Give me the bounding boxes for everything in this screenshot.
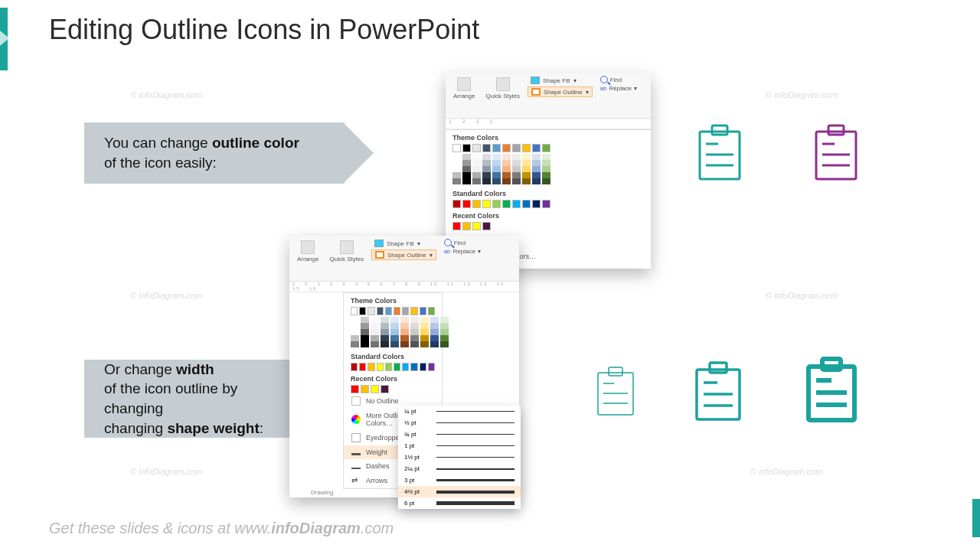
color-swatch[interactable] (361, 323, 369, 329)
color-swatch[interactable] (400, 323, 409, 329)
color-swatch[interactable] (542, 178, 550, 184)
color-swatch[interactable] (371, 329, 379, 335)
quick-styles-button[interactable]: Quick Styles (326, 239, 366, 264)
color-swatch[interactable] (351, 323, 359, 329)
color-swatch[interactable] (512, 172, 521, 178)
weight-option[interactable]: ¾ pt (398, 429, 521, 440)
color-swatch[interactable] (492, 200, 501, 208)
color-swatch[interactable] (428, 307, 435, 315)
color-swatch[interactable] (351, 317, 359, 323)
color-swatch[interactable] (452, 178, 461, 184)
weight-option[interactable]: ¼ pt (398, 406, 521, 417)
color-swatch[interactable] (381, 323, 389, 329)
color-swatch[interactable] (400, 317, 409, 323)
color-swatch[interactable] (512, 160, 521, 166)
color-swatch[interactable] (361, 385, 369, 393)
shape-outline-button[interactable]: Shape Outline▾ (528, 86, 593, 97)
color-swatch[interactable] (420, 341, 429, 347)
color-swatch[interactable] (462, 154, 471, 160)
color-swatch[interactable] (371, 341, 379, 347)
color-swatch[interactable] (482, 200, 491, 208)
color-swatch[interactable] (502, 178, 511, 184)
weight-option[interactable]: 4½ pt (398, 486, 521, 497)
color-swatch[interactable] (361, 341, 369, 347)
color-swatch[interactable] (452, 144, 461, 152)
color-swatch[interactable] (542, 154, 550, 160)
color-swatch[interactable] (452, 166, 461, 172)
color-swatch[interactable] (532, 200, 541, 208)
color-swatch[interactable] (420, 363, 426, 371)
color-swatch[interactable] (502, 166, 511, 172)
color-swatch[interactable] (359, 307, 366, 315)
color-swatch[interactable] (377, 363, 384, 371)
color-swatch[interactable] (430, 335, 439, 341)
color-swatch[interactable] (522, 166, 531, 172)
color-swatch[interactable] (522, 172, 531, 178)
color-swatch[interactable] (492, 144, 501, 152)
color-swatch[interactable] (381, 335, 389, 341)
shape-fill-button[interactable]: Shape Fill▾ (528, 76, 593, 85)
color-swatch[interactable] (377, 307, 384, 315)
color-swatch[interactable] (502, 200, 511, 208)
color-swatch[interactable] (492, 172, 501, 178)
color-swatch[interactable] (430, 329, 439, 335)
color-swatch[interactable] (390, 335, 399, 341)
replace-button[interactable]: abReplace▾ (444, 248, 481, 255)
color-swatch[interactable] (482, 178, 491, 184)
color-swatch[interactable] (532, 172, 541, 178)
color-swatch[interactable] (532, 144, 541, 152)
quick-styles-button[interactable]: Quick Styles (482, 76, 522, 101)
color-swatch[interactable] (452, 172, 461, 178)
color-swatch[interactable] (410, 363, 417, 371)
color-swatch[interactable] (452, 154, 461, 160)
color-swatch[interactable] (472, 166, 481, 172)
color-swatch[interactable] (462, 160, 471, 166)
color-swatch[interactable] (420, 307, 426, 315)
color-swatch[interactable] (482, 222, 491, 230)
color-swatch[interactable] (381, 385, 389, 393)
color-swatch[interactable] (351, 385, 359, 393)
color-swatch[interactable] (542, 166, 550, 172)
color-swatch[interactable] (512, 144, 521, 152)
color-swatch[interactable] (462, 172, 471, 178)
color-swatch[interactable] (410, 335, 419, 341)
color-swatch[interactable] (394, 307, 400, 315)
color-swatch[interactable] (410, 317, 419, 323)
color-swatch[interactable] (400, 329, 409, 335)
color-swatch[interactable] (542, 160, 550, 166)
color-swatch[interactable] (502, 144, 511, 152)
color-swatch[interactable] (390, 317, 399, 323)
color-swatch[interactable] (410, 323, 419, 329)
color-swatch[interactable] (512, 166, 521, 172)
weight-option[interactable]: 1 pt (398, 440, 521, 452)
color-swatch[interactable] (522, 160, 531, 166)
color-swatch[interactable] (381, 317, 389, 323)
replace-button[interactable]: abReplace▾ (600, 85, 637, 92)
color-swatch[interactable] (522, 200, 531, 208)
color-swatch[interactable] (452, 222, 461, 230)
color-swatch[interactable] (512, 154, 521, 160)
color-swatch[interactable] (428, 363, 435, 371)
arrange-button[interactable]: Arrange (294, 239, 322, 264)
weight-option[interactable]: 2¼ pt (398, 463, 521, 474)
color-swatch[interactable] (420, 317, 429, 323)
color-swatch[interactable] (371, 335, 379, 341)
color-swatch[interactable] (381, 341, 389, 347)
color-swatch[interactable] (532, 178, 541, 184)
color-swatch[interactable] (502, 154, 511, 160)
color-swatch[interactable] (452, 160, 461, 166)
color-swatch[interactable] (420, 323, 429, 329)
color-swatch[interactable] (410, 329, 419, 335)
color-swatch[interactable] (472, 160, 481, 166)
color-swatch[interactable] (402, 307, 409, 315)
color-swatch[interactable] (430, 323, 439, 329)
color-swatch[interactable] (532, 160, 541, 166)
color-swatch[interactable] (462, 144, 471, 152)
color-swatch[interactable] (381, 329, 389, 335)
color-swatch[interactable] (351, 335, 359, 341)
color-swatch[interactable] (440, 329, 449, 335)
color-swatch[interactable] (400, 335, 409, 341)
color-swatch[interactable] (482, 166, 491, 172)
color-swatch[interactable] (361, 317, 369, 323)
color-swatch[interactable] (420, 335, 429, 341)
